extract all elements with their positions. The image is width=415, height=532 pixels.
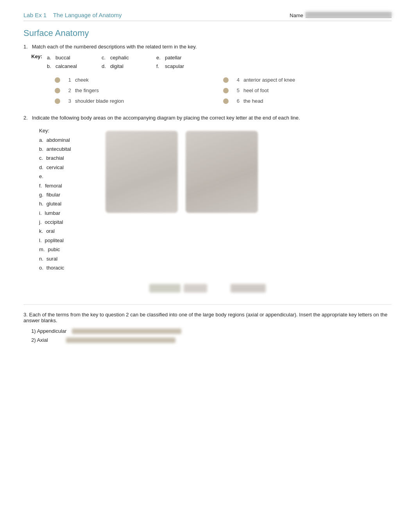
q2-key-m: m. pubic bbox=[39, 245, 94, 254]
match-num-3: 3 bbox=[64, 98, 71, 104]
q1-match-grid: 1 cheek 2 the fingers 3 shoulder blade r… bbox=[55, 75, 392, 106]
q2-term-o: thoracic bbox=[47, 263, 64, 272]
match-num-2: 2 bbox=[64, 87, 71, 93]
q2-key-n: n. sural bbox=[39, 254, 94, 263]
q2-letter-b: b. bbox=[39, 145, 43, 154]
q2-letter-e: e. bbox=[39, 172, 43, 181]
key-term-a: buccal bbox=[55, 54, 70, 62]
q2-term-d: cervical bbox=[47, 163, 64, 172]
q2-term-i: lumbar bbox=[45, 209, 61, 218]
axial-answer bbox=[66, 337, 175, 343]
match-num-6: 6 bbox=[233, 98, 240, 104]
q2-key-k: k. oral bbox=[39, 227, 94, 236]
q2-key-c: c. brachial bbox=[39, 154, 94, 162]
q2-term-f: femoral bbox=[45, 181, 62, 190]
match-dot-2 bbox=[55, 88, 60, 93]
q2-key-o: o. thoracic bbox=[39, 263, 94, 272]
q2-term-c: brachial bbox=[46, 154, 64, 162]
match-dot-4 bbox=[223, 77, 229, 83]
match-col-left: 1 cheek 2 the fingers 3 shoulder blade r… bbox=[55, 75, 223, 106]
match-item-1: 1 cheek bbox=[55, 75, 223, 85]
q2-key-b: b. antecubital bbox=[39, 145, 94, 154]
q1-key-col-1: a. buccal b. calcaneal bbox=[47, 54, 102, 71]
q2-term-l: popliteal bbox=[45, 236, 64, 245]
appendicular-row: 1) Appendicular bbox=[31, 328, 392, 334]
match-num-1: 1 bbox=[64, 77, 71, 83]
q1-key-col-3: e. patellar f. scapular bbox=[156, 54, 211, 71]
q2-diagrams bbox=[106, 131, 258, 272]
q2-term-h: gluteal bbox=[47, 199, 61, 208]
q3-number: 3. bbox=[23, 312, 28, 318]
match-item-6: 6 the head bbox=[223, 96, 392, 106]
q2-key-a: a. abdominal bbox=[39, 136, 94, 145]
q1-text: 1. Match each of the numbered descriptio… bbox=[23, 44, 392, 50]
match-col-right: 4 anterior aspect of knee 5 heel of foot… bbox=[223, 75, 392, 106]
q1-key: Key: a. buccal b. calcaneal c. cephalic … bbox=[31, 54, 392, 71]
body-diagram-front bbox=[106, 131, 178, 213]
appendicular-answer bbox=[72, 328, 181, 334]
footer-diagram-group-1 bbox=[149, 284, 207, 293]
q2-key-h: h. gluteal bbox=[39, 199, 94, 208]
header-right: Name bbox=[290, 12, 392, 18]
match-num-4: 4 bbox=[233, 77, 240, 83]
q2-letter-g: g. bbox=[39, 190, 43, 199]
footer-diag-2 bbox=[184, 284, 207, 293]
key-item-c: c. cephalic bbox=[102, 54, 156, 62]
key-letter-a: a. bbox=[47, 54, 54, 62]
q2-term-n: sural bbox=[47, 254, 57, 263]
question-2: 2. Indicate the following body areas on … bbox=[23, 115, 392, 272]
lab-number: Lab Ex 1 bbox=[23, 12, 47, 18]
footer-diagrams bbox=[23, 284, 392, 293]
q2-key-j: j. occipital bbox=[39, 218, 94, 227]
key-letter-c: c. bbox=[102, 54, 109, 62]
match-dot-5 bbox=[223, 88, 229, 93]
footer-diag-1 bbox=[149, 284, 181, 293]
q2-instruction: Indicate the following body areas on the… bbox=[32, 115, 300, 121]
q2-letter-i: i. bbox=[39, 209, 42, 218]
q2-key-label: Key: bbox=[39, 126, 49, 135]
q2-letter-f: f. bbox=[39, 181, 42, 190]
question-1: 1. Match each of the numbered descriptio… bbox=[23, 44, 392, 106]
question-3: 3. Each of the terms from the key to que… bbox=[23, 304, 392, 343]
match-dot-3 bbox=[55, 98, 60, 104]
page-title: Surface Anatomy bbox=[23, 28, 392, 38]
footer-diagram-group-2 bbox=[231, 284, 266, 293]
q1-instruction: Match each of the numbered descriptions … bbox=[32, 44, 197, 50]
q2-key-f: f. femoral bbox=[39, 181, 94, 190]
q2-letter-c: c. bbox=[39, 154, 43, 162]
q2-key-label-row: Key: bbox=[39, 126, 94, 135]
q2-letter-o: o. bbox=[39, 263, 43, 272]
header-left: Lab Ex 1 The Language of Anatomy bbox=[23, 12, 122, 18]
q2-text: 2. Indicate the following body areas on … bbox=[23, 115, 392, 121]
match-text-4: anterior aspect of knee bbox=[243, 77, 295, 83]
name-field bbox=[306, 12, 392, 18]
q2-term-b: antecubital bbox=[47, 145, 71, 154]
match-text-5: heel of foot bbox=[243, 87, 268, 93]
q2-term-m: pubic bbox=[48, 245, 60, 254]
q2-letter-d: d. bbox=[39, 163, 43, 172]
q2-key-i: i. lumbar bbox=[39, 209, 94, 218]
q2-letter-j: j. bbox=[39, 218, 42, 227]
q2-term-j: occipital bbox=[45, 218, 63, 227]
footer-diag-3 bbox=[231, 284, 266, 293]
match-dot-6 bbox=[223, 98, 229, 104]
match-text-2: the fingers bbox=[75, 87, 99, 93]
q2-letter-h: h. bbox=[39, 199, 43, 208]
axial-row: 2) Axial bbox=[31, 337, 392, 343]
q2-key-list: Key: a. abdominal b. antecubital c. brac… bbox=[39, 126, 94, 272]
q2-letter-n: n. bbox=[39, 254, 43, 263]
key-item-e: e. patellar bbox=[156, 54, 211, 62]
q2-content: Key: a. abdominal b. antecubital c. brac… bbox=[31, 125, 392, 272]
match-num-5: 5 bbox=[233, 87, 240, 93]
match-item-2: 2 the fingers bbox=[55, 85, 223, 96]
q1-key-col-2: c. cephalic d. digital bbox=[102, 54, 156, 71]
key-letter-b: b. bbox=[47, 62, 54, 71]
key-term-e: patellar bbox=[165, 54, 182, 62]
q1-number: 1. bbox=[23, 44, 28, 50]
match-text-6: the head bbox=[243, 98, 263, 104]
key-letter-d: d. bbox=[102, 62, 109, 71]
key-term-f: scapular bbox=[165, 62, 184, 71]
match-text-1: cheek bbox=[75, 77, 89, 83]
appendicular-label: 1) Appendicular bbox=[31, 328, 66, 334]
q2-number: 2. bbox=[23, 115, 28, 121]
